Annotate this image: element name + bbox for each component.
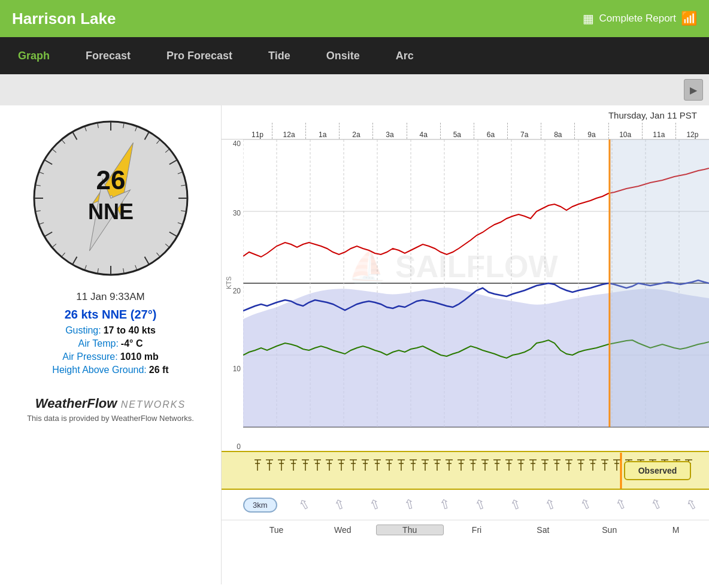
time-label-12a: 12a xyxy=(272,123,305,139)
navigation: Graph Forecast Pro Forecast Tide Onsite … xyxy=(0,37,709,74)
gusting-label: Gusting: xyxy=(65,325,101,336)
nav-item-tide[interactable]: Tide xyxy=(250,37,308,74)
time-label-2a: 2a xyxy=(339,123,372,139)
day-label-mon[interactable]: M xyxy=(643,525,709,535)
y-label-10: 10 xyxy=(222,365,243,373)
y-axis-label: KTS xyxy=(225,277,232,289)
wind-direction-arrows: ⇧ ⇧ ⇧ ⇧ ⇧ ⇧ ⇧ ⇧ ⇧ ⇧ ⇧ ⇧ xyxy=(287,497,709,513)
wind-barbs-container: Observed xyxy=(243,453,709,489)
air-pressure-label: Air Pressure: xyxy=(62,351,117,362)
y-label-30: 30 xyxy=(222,209,243,217)
svg-text:26: 26 xyxy=(96,165,125,195)
report-icon: ▦ xyxy=(583,11,594,26)
time-label-11p: 11p xyxy=(243,131,272,139)
wind-arrow-1: ⇧ xyxy=(296,495,313,514)
time-label-4a: 4a xyxy=(407,123,440,139)
nav-item-onsite[interactable]: Onsite xyxy=(308,37,378,74)
wind-arrow-7: ⇧ xyxy=(508,496,523,514)
time-label-11a: 11a xyxy=(642,123,675,139)
weather-info: 11 Jan 9:33AM 26 kts NNE (27°) Gusting: … xyxy=(12,291,209,378)
wind-arrow-3: ⇧ xyxy=(367,496,383,514)
gusting-value: 17 to 40 kts xyxy=(104,325,156,336)
day-label-fri[interactable]: Fri xyxy=(444,525,510,535)
weather-gusting: Gusting: 17 to 40 kts xyxy=(12,325,209,336)
time-label-3a: 3a xyxy=(372,123,406,139)
wind-chart-svg: ⛵ SAILFLOW xyxy=(243,140,709,451)
wind-arrow-9: ⇧ xyxy=(578,495,594,514)
chart-area: 0 10 20 30 40 KTS xyxy=(222,140,709,451)
weatherflow-networks: NETWORKS xyxy=(117,399,186,410)
y-axis: 0 10 20 30 40 KTS xyxy=(222,140,243,451)
wind-arrow-8: ⇧ xyxy=(543,496,559,514)
visibility-badge[interactable]: 3km xyxy=(243,498,277,513)
time-label-7a: 7a xyxy=(507,123,541,139)
y-label-40: 40 xyxy=(222,140,243,148)
weatherflow-logo: WeatherFlow NETWORKS This data is provid… xyxy=(27,396,194,423)
time-label-10a: 10a xyxy=(608,123,642,139)
time-label-5a: 5a xyxy=(440,123,474,139)
right-panel: Thursday, Jan 11 PST 11p 12a 1a 2a 3a 4a… xyxy=(222,105,709,584)
weatherflow-text: WeatherFlow xyxy=(35,396,117,411)
nav-item-forecast[interactable]: Forecast xyxy=(68,37,149,74)
air-temp-label: Air Temp: xyxy=(78,338,119,349)
time-label-1a: 1a xyxy=(305,123,339,139)
toolbar: ▶ xyxy=(0,74,709,105)
wind-arrow-6: ⇧ xyxy=(472,496,488,514)
wind-arrows-row: Observed xyxy=(222,451,709,490)
day-label-sat[interactable]: Sat xyxy=(510,525,576,535)
height-label: Height Above Ground: xyxy=(52,365,146,375)
day-label-tue[interactable]: Tue xyxy=(243,525,310,535)
wind-barbs-svg: Observed xyxy=(254,453,698,489)
svg-text:Observed: Observed xyxy=(638,466,677,475)
day-label-sun[interactable]: Sun xyxy=(576,525,643,535)
vis-arrows-row: 3km ⇧ ⇧ ⇧ ⇧ ⇧ ⇧ ⇧ ⇧ ⇧ ⇧ ⇧ ⇧ xyxy=(222,490,709,520)
svg-text:NNE: NNE xyxy=(87,199,133,224)
time-label-9a: 9a xyxy=(574,123,608,139)
height-value: 26 ft xyxy=(149,365,169,375)
weather-height: Height Above Ground: 26 ft xyxy=(12,365,209,375)
wind-arrow-2: ⇧ xyxy=(332,496,347,514)
weather-air-pressure: Air Pressure: 1010 mb xyxy=(12,351,209,362)
day-axis: Tue Wed Thu Fri Sat Sun M xyxy=(222,520,709,539)
weather-wind: 26 kts NNE (27°) xyxy=(12,308,209,322)
y-label-0: 0 xyxy=(222,442,243,451)
day-label-wed[interactable]: Wed xyxy=(310,525,376,535)
compass-svg: 26 NNE xyxy=(30,117,192,279)
complete-report-button[interactable]: ▦ Complete Report 📶 xyxy=(583,11,697,26)
compass-container: 26 NNE xyxy=(30,117,192,279)
wind-arrow-11: ⇧ xyxy=(648,495,664,514)
scroll-right-button[interactable]: ▶ xyxy=(684,79,703,101)
time-label-8a: 8a xyxy=(541,123,574,139)
nav-item-graph[interactable]: Graph xyxy=(0,37,68,74)
wind-arrow-10: ⇧ xyxy=(613,495,629,514)
wind-arrow-4: ⇧ xyxy=(402,496,417,514)
chart-date-header: Thursday, Jan 11 PST xyxy=(222,105,709,123)
day-label-thu[interactable]: Thu xyxy=(376,525,444,535)
wind-arrow-5: ⇧ xyxy=(438,496,452,514)
weather-air-temp: Air Temp: -4° C xyxy=(12,338,209,349)
header: Harrison Lake ▦ Complete Report 📶 xyxy=(0,0,709,37)
left-panel: 26 NNE 11 Jan 9:33AM 26 kts NNE (27°) Gu… xyxy=(0,105,222,584)
main-content: 26 NNE 11 Jan 9:33AM 26 kts NNE (27°) Gu… xyxy=(0,105,709,584)
time-label-12p: 12p xyxy=(675,123,709,139)
nav-item-proforecast[interactable]: Pro Forecast xyxy=(149,37,250,74)
nav-item-arc[interactable]: Arc xyxy=(378,37,432,74)
weather-datetime: 11 Jan 9:33AM xyxy=(12,291,209,303)
weatherflow-branding: WeatherFlow NETWORKS xyxy=(27,396,194,411)
page-title: Harrison Lake xyxy=(12,10,116,28)
air-temp-value: -4° C xyxy=(121,338,143,349)
wind-arrow-12: ⇧ xyxy=(683,495,700,514)
weatherflow-caption: This data is provided by WeatherFlow Net… xyxy=(27,414,194,423)
svg-text:⛵ SAILFLOW: ⛵ SAILFLOW xyxy=(348,248,559,285)
report-label: Complete Report xyxy=(599,13,676,25)
air-pressure-value: 1010 mb xyxy=(120,351,159,362)
svg-rect-62 xyxy=(610,140,709,427)
time-label-6a: 6a xyxy=(474,123,507,139)
wifi-icon: 📶 xyxy=(681,11,697,26)
chart-date-label: Thursday, Jan 11 PST xyxy=(608,110,697,120)
